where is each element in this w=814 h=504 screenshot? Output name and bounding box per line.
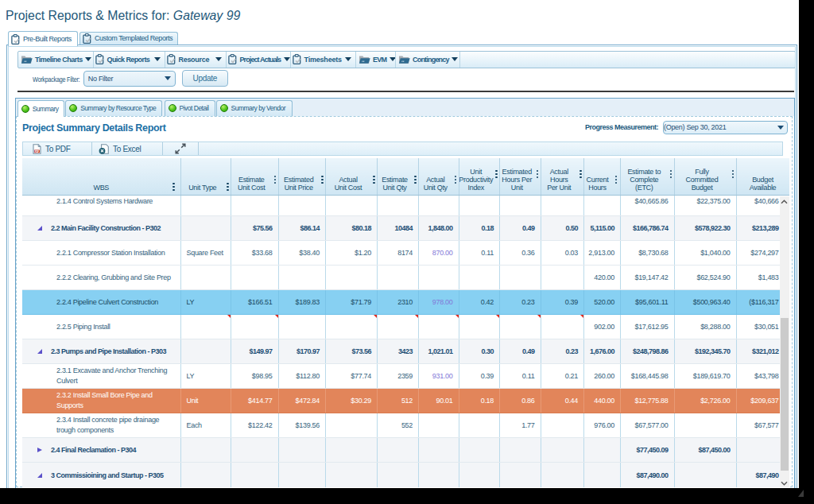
svg-text:PDF: PDF xyxy=(35,149,40,153)
